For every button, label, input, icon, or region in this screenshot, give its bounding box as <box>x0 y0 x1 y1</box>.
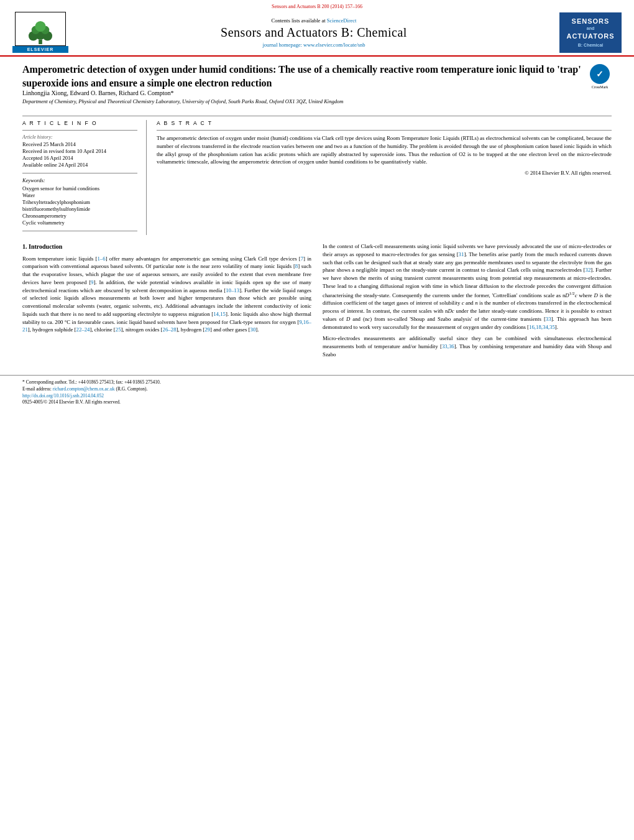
journal-header-inner: ELSEVIER Contents lists available at Sci… <box>12 12 622 53</box>
ref-8: 8 <box>295 263 298 269</box>
ref-30: 30 <box>250 326 256 333</box>
ref-31: 31 <box>459 251 464 257</box>
journal-citation: Sensors and Actuators B 200 (2014) 157–1… <box>272 4 362 9</box>
intro-paragraph-2: In the context of Clark-cell measurement… <box>323 242 612 331</box>
abstract-divider <box>157 130 612 131</box>
journal-title-center: Contents lists available at ScienceDirec… <box>68 17 559 48</box>
keywords-label: Keywords: <box>22 177 137 183</box>
ref-29: 29 <box>204 326 210 333</box>
elsevier-tree-icon <box>22 21 59 45</box>
article-info-abstract-section: A R T I C L E I N F O Article history: R… <box>22 120 612 235</box>
email-footnote: E-mail address: richard.compton@chem.ox.… <box>22 386 612 392</box>
sensors-logo-b-text: B: Chemical <box>578 42 603 48</box>
available-date: Available online 24 April 2014 <box>22 162 137 168</box>
keyword-2: Water <box>22 192 137 198</box>
email-label: E-mail address: <box>22 386 52 392</box>
svg-rect-0 <box>39 39 42 44</box>
issn-text: 0925-4005/© 2014 Elsevier B.V. All right… <box>22 399 612 405</box>
elsevier-logo: ELSEVIER <box>12 12 68 53</box>
affiliation: Department of Chemistry, Physical and Th… <box>22 98 582 104</box>
ref-9: 9 <box>91 279 93 285</box>
journal-header: Sensors and Actuators B 200 (2014) 157–1… <box>0 0 634 57</box>
svg-point-6 <box>35 21 45 32</box>
ref-16-35: 16,18,34,35 <box>529 324 555 330</box>
keyword-1: Oxygen sensor for humid conditions <box>22 185 137 192</box>
journal-title: Sensors and Actuators B: Chemical <box>68 25 559 40</box>
introduction-heading: 1. Introduction <box>22 242 311 252</box>
page-wrapper: Sensors and Actuators B 200 (2014) 157–1… <box>0 0 634 410</box>
keywords-divider <box>22 173 137 173</box>
received-date: Received 25 March 2014 <box>22 141 137 147</box>
intro-paragraph-1: Room temperature ionic liquids [1–6] off… <box>22 255 311 335</box>
elsevier-brand-label: ELSEVIER <box>12 46 68 53</box>
sensors-logo-top-text: SENSORS <box>572 17 610 25</box>
ref-10-13: 10–13 <box>226 287 239 293</box>
ref-33: 33 <box>546 316 551 322</box>
sensors-logo-and-text: and <box>587 25 594 31</box>
article-title-text: Amperometric detection of oxygen under h… <box>22 63 582 109</box>
bottom-divider <box>22 231 137 231</box>
crossmark-label: CrossMark <box>592 85 609 89</box>
authors: Linhongjia Xiong, Edward O. Barnes, Rich… <box>22 90 582 96</box>
abstract-copyright: © 2014 Elsevier B.V. All rights reserved… <box>157 170 612 176</box>
corresponding-email[interactable]: richard.compton@chem.ox.ac.uk <box>53 386 115 392</box>
keyword-6: Cyclic voltammetry <box>22 219 137 226</box>
article-info-column: A R T I C L E I N F O Article history: R… <box>22 120 147 235</box>
ref-22-24: 22–24 <box>76 326 90 333</box>
ref-33-36: 33,36 <box>442 343 454 349</box>
sensors-logo-actuators-text: ACTUATORS <box>566 32 614 40</box>
article-title: Amperometric detection of oxygen under h… <box>22 63 582 90</box>
ref-26-28: 26–28 <box>163 326 177 333</box>
ref-14-15: 14,15 <box>213 311 226 317</box>
abstract-heading: A B S T R A C T <box>157 120 612 126</box>
crossmark-icon: ✓ <box>590 64 610 84</box>
abstract-column: A B S T R A C T The amperometric detecti… <box>157 120 612 235</box>
contents-label: Contents lists available at ScienceDirec… <box>68 17 559 24</box>
revised-date: Received in revised form 10 April 2014 <box>22 148 137 154</box>
intro-paragraph-3: Micro-electrodes measurements are additi… <box>323 335 612 358</box>
keyword-3: Trihexyltetradecylphosphonium <box>22 199 137 205</box>
doi-link[interactable]: http://dx.doi.org/10.1016/j.snb.2014.04.… <box>22 393 612 399</box>
body-two-col: 1. Introduction Room temperature ionic l… <box>22 242 612 362</box>
body-col-left: 1. Introduction Room temperature ionic l… <box>22 242 311 362</box>
article-footer: * Corresponding author. Tel.: +44 01865 … <box>0 375 634 410</box>
accepted-date: Accepted 16 April 2014 <box>22 155 137 161</box>
sciencedirect-link[interactable]: ScienceDirect <box>327 17 357 24</box>
article-title-section: Amperometric detection of oxygen under h… <box>22 63 612 109</box>
divider-line <box>22 116 612 116</box>
article-body: Amperometric detection of oxygen under h… <box>0 57 634 369</box>
sensors-actuators-logo: SENSORS and ACTUATORS B: Chemical <box>559 12 622 53</box>
ref-7: 7 <box>301 256 303 262</box>
abstract-text: The amperometric detection of oxygen und… <box>157 134 612 166</box>
email-name: (R.G. Compton). <box>116 386 147 392</box>
ref-25: 25 <box>116 326 121 333</box>
keyword-4: bistrifluoromethylsulfonylimide <box>22 206 137 212</box>
journal-homepage: journal homepage: www.elsevier.com/locat… <box>68 42 559 48</box>
keyword-5: Chronoamperometry <box>22 213 137 219</box>
info-divider <box>22 130 137 131</box>
ref-1-6: 1–6 <box>97 256 105 262</box>
crossmark-logo: ✓ CrossMark <box>588 64 612 89</box>
ref-32: 32 <box>586 267 591 273</box>
homepage-url[interactable]: www.elsevier.com/locate/snb <box>303 42 365 48</box>
history-label: Article history: <box>22 134 137 140</box>
body-col-right: In the context of Clark-cell measurement… <box>323 242 612 362</box>
journal-top-bar: Sensors and Actuators B 200 (2014) 157–1… <box>12 4 622 9</box>
corresponding-note: * Corresponding author. Tel.: +44 01865 … <box>22 379 612 385</box>
elsevier-logo-box <box>15 12 66 46</box>
article-info-heading: A R T I C L E I N F O <box>22 120 137 126</box>
